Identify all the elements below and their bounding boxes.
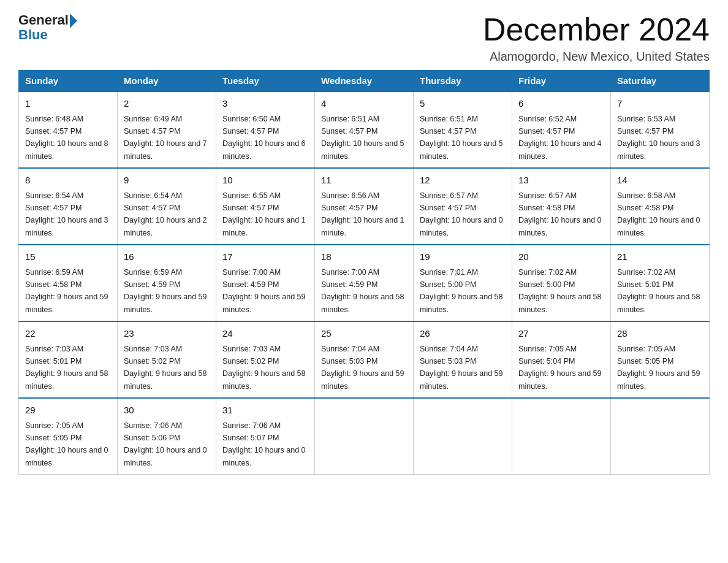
header-thursday: Thursday [414,71,512,92]
day-info: Sunrise: 6:49 AMSunset: 4:57 PMDaylight:… [124,115,207,161]
table-row: 31 Sunrise: 7:06 AMSunset: 5:07 PMDaylig… [216,398,315,475]
day-info: Sunrise: 6:57 AMSunset: 4:57 PMDaylight:… [420,191,503,237]
table-row: 26 Sunrise: 7:04 AMSunset: 5:03 PMDaylig… [414,321,512,398]
day-info: Sunrise: 6:48 AMSunset: 4:57 PMDaylight:… [25,115,108,161]
table-row: 2 Sunrise: 6:49 AMSunset: 4:57 PMDayligh… [118,91,216,168]
day-number: 24 [222,327,308,341]
location-subtitle: Alamogordo, New Mexico, United States [483,50,710,64]
logo: General Blue [18,12,77,42]
logo-arrow-icon [70,13,77,28]
day-number: 7 [617,97,703,111]
day-number: 17 [222,250,308,264]
day-number: 12 [420,174,506,188]
day-number: 18 [321,250,407,264]
day-number: 13 [518,174,604,188]
table-row: 5 Sunrise: 6:51 AMSunset: 4:57 PMDayligh… [414,91,512,168]
day-info: Sunrise: 7:00 AMSunset: 4:59 PMDaylight:… [321,268,404,314]
table-row [512,398,611,475]
day-info: Sunrise: 7:03 AMSunset: 5:02 PMDaylight:… [124,345,207,391]
weekday-header-row: Sunday Monday Tuesday Wednesday Thursday… [19,71,710,92]
week-row-3: 15 Sunrise: 6:59 AMSunset: 4:58 PMDaylig… [19,245,710,321]
day-number: 28 [617,327,703,341]
day-number: 21 [617,250,703,264]
day-info: Sunrise: 6:51 AMSunset: 4:57 PMDaylight:… [420,115,503,161]
header-tuesday: Tuesday [216,71,315,92]
day-number: 25 [321,327,407,341]
table-row: 30 Sunrise: 7:06 AMSunset: 5:06 PMDaylig… [118,398,216,475]
table-row: 21 Sunrise: 7:02 AMSunset: 5:01 PMDaylig… [611,245,710,321]
day-info: Sunrise: 6:54 AMSunset: 4:57 PMDaylight:… [124,191,207,237]
day-info: Sunrise: 6:50 AMSunset: 4:57 PMDaylight:… [222,115,306,161]
day-number: 6 [518,97,604,111]
table-row: 14 Sunrise: 6:58 AMSunset: 4:58 PMDaylig… [611,168,710,245]
day-number: 14 [617,174,703,188]
day-info: Sunrise: 7:03 AMSunset: 5:02 PMDaylight:… [222,345,306,391]
header-monday: Monday [118,71,216,92]
table-row: 15 Sunrise: 6:59 AMSunset: 4:58 PMDaylig… [19,245,118,321]
table-row: 13 Sunrise: 6:57 AMSunset: 4:58 PMDaylig… [512,168,611,245]
table-row: 17 Sunrise: 7:00 AMSunset: 4:59 PMDaylig… [216,245,315,321]
day-number: 1 [25,97,111,111]
day-number: 23 [124,327,210,341]
table-row: 25 Sunrise: 7:04 AMSunset: 5:03 PMDaylig… [315,321,414,398]
logo-blue: Blue [18,28,77,42]
day-number: 3 [222,97,308,111]
day-info: Sunrise: 6:52 AMSunset: 4:57 PMDaylight:… [518,115,602,161]
day-info: Sunrise: 7:00 AMSunset: 4:59 PMDaylight:… [222,268,306,314]
week-row-4: 22 Sunrise: 7:03 AMSunset: 5:01 PMDaylig… [19,321,710,398]
day-number: 16 [124,250,210,264]
table-row: 19 Sunrise: 7:01 AMSunset: 5:00 PMDaylig… [414,245,512,321]
day-number: 22 [25,327,111,341]
table-row: 27 Sunrise: 7:05 AMSunset: 5:04 PMDaylig… [512,321,611,398]
day-info: Sunrise: 7:05 AMSunset: 5:05 PMDaylight:… [617,345,700,391]
day-info: Sunrise: 6:54 AMSunset: 4:57 PMDaylight:… [25,191,108,237]
day-info: Sunrise: 7:06 AMSunset: 5:06 PMDaylight:… [124,421,207,467]
day-info: Sunrise: 7:06 AMSunset: 5:07 PMDaylight:… [222,421,306,467]
day-info: Sunrise: 6:53 AMSunset: 4:57 PMDaylight:… [617,115,700,161]
table-row: 16 Sunrise: 6:59 AMSunset: 4:59 PMDaylig… [118,245,216,321]
table-row: 6 Sunrise: 6:52 AMSunset: 4:57 PMDayligh… [512,91,611,168]
day-info: Sunrise: 7:02 AMSunset: 5:01 PMDaylight:… [617,268,700,314]
table-row: 4 Sunrise: 6:51 AMSunset: 4:57 PMDayligh… [315,91,414,168]
calendar-table: Sunday Monday Tuesday Wednesday Thursday… [18,70,710,475]
day-info: Sunrise: 6:59 AMSunset: 4:58 PMDaylight:… [25,268,108,314]
week-row-5: 29 Sunrise: 7:05 AMSunset: 5:05 PMDaylig… [19,398,710,475]
table-row: 7 Sunrise: 6:53 AMSunset: 4:57 PMDayligh… [611,91,710,168]
day-number: 29 [25,404,111,418]
day-info: Sunrise: 6:59 AMSunset: 4:59 PMDaylight:… [124,268,207,314]
day-number: 27 [518,327,604,341]
day-number: 9 [124,174,210,188]
day-number: 11 [321,174,407,188]
table-row [611,398,710,475]
table-row: 1 Sunrise: 6:48 AMSunset: 4:57 PMDayligh… [19,91,118,168]
header-saturday: Saturday [611,71,710,92]
month-title: December 2024 [483,12,710,47]
day-info: Sunrise: 7:03 AMSunset: 5:01 PMDaylight:… [25,345,108,391]
table-row: 18 Sunrise: 7:00 AMSunset: 4:59 PMDaylig… [315,245,414,321]
table-row: 11 Sunrise: 6:56 AMSunset: 4:57 PMDaylig… [315,168,414,245]
day-info: Sunrise: 7:01 AMSunset: 5:00 PMDaylight:… [420,268,503,314]
day-number: 10 [222,174,308,188]
day-number: 15 [25,250,111,264]
day-number: 26 [420,327,506,341]
day-info: Sunrise: 7:04 AMSunset: 5:03 PMDaylight:… [420,345,503,391]
day-number: 8 [25,174,111,188]
table-row: 8 Sunrise: 6:54 AMSunset: 4:57 PMDayligh… [19,168,118,245]
day-number: 5 [420,97,506,111]
table-row: 29 Sunrise: 7:05 AMSunset: 5:05 PMDaylig… [19,398,118,475]
day-info: Sunrise: 6:55 AMSunset: 4:57 PMDaylight:… [222,191,306,237]
title-block: December 2024 Alamogordo, New Mexico, Un… [483,12,710,64]
day-number: 20 [518,250,604,264]
table-row: 3 Sunrise: 6:50 AMSunset: 4:57 PMDayligh… [216,91,315,168]
day-info: Sunrise: 6:51 AMSunset: 4:57 PMDaylight:… [321,115,404,161]
day-info: Sunrise: 7:05 AMSunset: 5:05 PMDaylight:… [25,421,108,467]
day-number: 31 [222,404,308,418]
table-row [414,398,512,475]
day-number: 2 [124,97,210,111]
header-wednesday: Wednesday [315,71,414,92]
week-row-2: 8 Sunrise: 6:54 AMSunset: 4:57 PMDayligh… [19,168,710,245]
day-number: 19 [420,250,506,264]
day-info: Sunrise: 7:05 AMSunset: 5:04 PMDaylight:… [518,345,602,391]
day-info: Sunrise: 6:58 AMSunset: 4:58 PMDaylight:… [617,191,700,237]
table-row: 24 Sunrise: 7:03 AMSunset: 5:02 PMDaylig… [216,321,315,398]
